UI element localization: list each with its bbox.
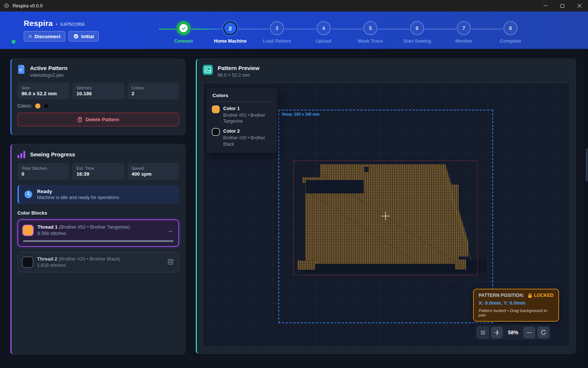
close-button[interactable]	[571, 0, 588, 11]
preview-canvas[interactable]: Hoop: 100 x 100 mm	[203, 83, 570, 347]
step-load-pattern-label: Load Pattern	[254, 39, 300, 44]
stat-stitches-label: Stitches	[76, 86, 120, 90]
arrow-right-icon	[166, 226, 174, 234]
minimize-icon	[544, 6, 548, 6]
initial-label: Initial	[81, 34, 94, 39]
thread-1-name: Thread 1	[37, 224, 57, 230]
stat-speed-label: Speed	[132, 166, 175, 170]
legend-color-2-desc: Brother #20 • Brother Black	[223, 135, 272, 147]
active-pattern-card: Active Pattern valetudogv2.pes Size 86.0…	[10, 59, 185, 135]
plus-icon	[495, 330, 499, 335]
step-start-sewing[interactable]: 6 Start Sewing	[394, 21, 440, 44]
scrollbar-thumb[interactable]	[586, 148, 588, 182]
stat-est-time: Est. Time 16:39	[72, 163, 124, 180]
step-mask-trace-circle: 5	[363, 21, 377, 35]
app-window: Respira v0.0.0 Respira • K4P502956 Disco…	[0, 0, 588, 368]
stat-total-stitches: Total Stitches 0	[17, 163, 69, 180]
step-upload-circle: 4	[317, 21, 331, 35]
disconnect-button[interactable]: Disconnect	[24, 31, 65, 42]
stat-est-time-value: 16:39	[76, 171, 120, 177]
stat-total-stitches-value: 0	[22, 171, 65, 177]
minus-icon	[527, 330, 532, 335]
stat-colors-label: Colors	[132, 86, 175, 90]
disconnect-x-icon	[29, 35, 32, 38]
machine-status-box: Ready Machine is idle and ready for oper…	[17, 185, 179, 204]
sewing-progress-card: Sewing Progress Total Stitches 0 Est. Ti…	[10, 144, 185, 355]
fit-view-button[interactable]	[477, 327, 489, 338]
step-upload[interactable]: 4 Upload	[300, 21, 347, 44]
app-icon	[4, 3, 9, 9]
layers-stack-icon	[167, 259, 174, 265]
thread-1-card[interactable]: Thread 1 (Brother #52 • Brother Tangerin…	[17, 219, 179, 247]
minimize-button[interactable]	[537, 0, 554, 11]
step-upload-label: Upload	[300, 39, 347, 44]
refresh-icon	[541, 329, 546, 335]
connection-status-dot	[11, 40, 16, 44]
step-start-sewing-circle: 6	[410, 21, 424, 35]
pattern-position-overlay: PATTERN POSITION: LOCKED X: 0.0mm, Y: 0.…	[473, 289, 559, 322]
initial-button[interactable]: Initial	[69, 31, 99, 42]
stat-stitches: Stitches 10.186	[72, 83, 124, 99]
disconnect-label: Disconnect	[34, 34, 60, 39]
lock-icon	[528, 293, 532, 298]
stat-stitches-value: 10.186	[76, 91, 120, 96]
stat-speed: Speed 400 spm	[128, 163, 179, 180]
center-crosshair	[385, 212, 386, 220]
thread-1-detail: (Brother #52 • Brother Tangerine)	[59, 224, 130, 230]
bar-chart-icon	[17, 151, 25, 158]
status-title: Ready	[37, 189, 119, 194]
step-monitor[interactable]: 7 Monitor	[440, 21, 487, 44]
legend-color-1-desc: Brother #52 • Brother Tangerine	[223, 112, 272, 124]
step-home-machine-circle: 2	[223, 21, 237, 35]
trash-icon	[77, 117, 82, 122]
stat-colors-value: 2	[132, 91, 175, 96]
step-connect-label: Connect	[160, 39, 207, 44]
step-connect-circle	[176, 21, 191, 35]
stepper: Connect 2 Home Machine 3 Load Pattern 4 …	[160, 21, 534, 44]
delete-pattern-button[interactable]: Delete Pattern	[17, 113, 179, 126]
image-icon	[203, 65, 213, 75]
legend-color-1: Color 1 Brother #52 • Brother Tangerine	[212, 106, 272, 124]
pattern-preview-title: Pattern Preview	[218, 65, 260, 71]
step-complete[interactable]: 8 Complete	[487, 21, 534, 44]
step-mask-trace[interactable]: 5 Mask Trace	[347, 21, 394, 44]
zoom-in-button[interactable]	[491, 327, 503, 338]
step-load-pattern-circle: 3	[270, 21, 284, 35]
color-swatch-orange	[35, 103, 40, 109]
step-home-machine[interactable]: 2 Home Machine	[207, 21, 254, 44]
thread-1-swatch	[23, 225, 33, 235]
step-load-pattern[interactable]: 3 Load Pattern	[254, 21, 300, 44]
maximize-button[interactable]	[554, 0, 571, 11]
stat-total-stitches-label: Total Stitches	[22, 166, 65, 170]
zoom-level: 58%	[505, 329, 521, 335]
reset-view-button[interactable]	[538, 327, 549, 338]
legend-color-2: Color 2 Brother #20 • Brother Black	[212, 128, 272, 147]
locked-badge: LOCKED	[534, 293, 554, 298]
thread-2-card[interactable]: Thread 2 (Brother #20 • Brother Black) 1…	[17, 252, 179, 272]
legend-swatch-orange	[212, 106, 219, 113]
thread-1-progress-bar	[23, 240, 174, 242]
thread-2-name: Thread 2	[37, 256, 57, 262]
step-connect[interactable]: Connect	[160, 21, 207, 44]
delete-pattern-label: Delete Pattern	[86, 117, 119, 122]
pattern-dimensions: 86.0 × 52.2 mm	[218, 73, 260, 78]
color-swatch-black	[43, 103, 49, 109]
maximize-icon	[561, 4, 564, 8]
scrollbar-track[interactable]	[585, 11, 588, 367]
step-start-sewing-label: Start Sewing	[394, 39, 440, 44]
active-pattern-title: Active Pattern	[30, 65, 67, 71]
color-blocks-label: Color Blocks	[17, 210, 179, 216]
step-complete-label: Complete	[487, 39, 534, 44]
header: Respira • K4P502956 Disconnect Initial	[0, 11, 588, 49]
brand-name: Respira	[24, 19, 53, 28]
pattern-lock-hint: Pattern locked • Drag background to pan	[479, 308, 554, 317]
thread-2-swatch	[23, 257, 33, 267]
stat-est-time-label: Est. Time	[76, 166, 120, 170]
clock-icon	[24, 190, 33, 199]
zoom-out-button[interactable]	[523, 327, 535, 338]
thread-2-detail: (Brother #20 • Brother Black)	[59, 256, 120, 262]
pattern-filename: valetudogv2.pes	[30, 73, 67, 78]
titlebar: Respira v0.0.0	[0, 0, 588, 11]
close-icon	[577, 4, 582, 8]
zoom-toolbar: 58%	[475, 325, 551, 340]
